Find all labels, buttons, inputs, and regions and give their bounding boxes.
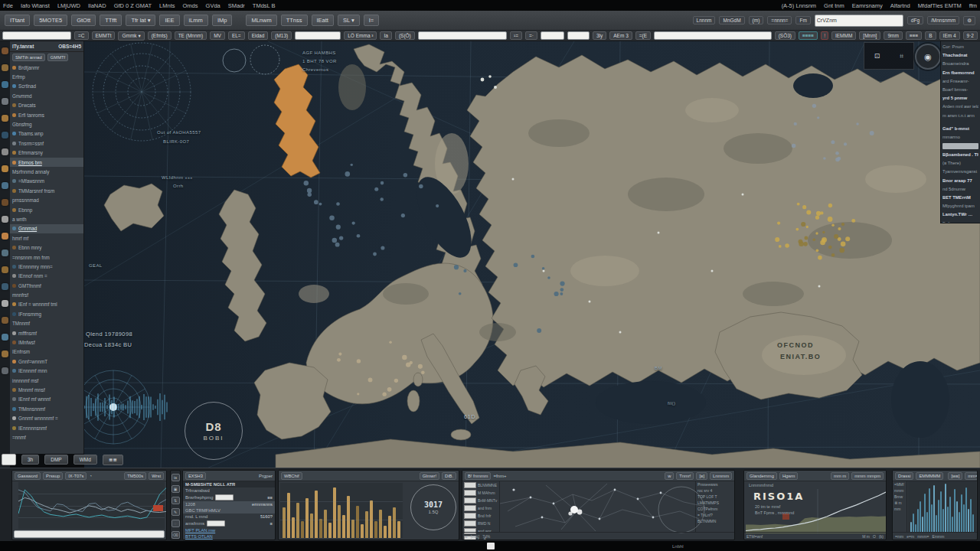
toolbar-button[interactable]: MV [210, 31, 225, 40]
chart-header-button[interactable]: TM500s [124, 472, 146, 480]
network-field[interactable]: BLNMMNE [464, 482, 498, 488]
tool-icon[interactable]: ta [172, 474, 180, 481]
toolbar-button[interactable]: [Mnm] [859, 31, 880, 40]
layer-row[interactable]: Gnvmmd [10, 91, 83, 100]
toolbar-button[interactable]: =nnnn= [767, 16, 792, 24]
layer-row[interactable]: Msrfnnmd annaly [10, 167, 83, 176]
network-title-chip[interactable]: B! fnmmm [465, 472, 491, 480]
layer-row[interactable]: Gnnmad [10, 224, 83, 233]
form-input[interactable] [215, 494, 234, 500]
form-row[interactable]: amsfmms≡ [183, 520, 275, 527]
toolbar-button[interactable]: =· [525, 31, 537, 40]
trend-tab[interactable]: Hgwm [779, 472, 798, 480]
toolbar-button[interactable]: MnGdM [719, 16, 744, 24]
layer-row[interactable]: IFnnsrnmg [10, 309, 83, 318]
layer-row[interactable]: Gnnmf wnnnnmf = [10, 413, 83, 422]
frequency-title-chip-2[interactable]: EMMMMM [916, 472, 943, 480]
menu-item[interactable]: Gnt tnm [824, 2, 844, 9]
form-input[interactable] [207, 520, 225, 527]
frequency-field-label[interactable]: =MMf [894, 482, 905, 487]
tool-icon[interactable]: ◌ [172, 520, 180, 527]
layer-type-icon[interactable] [2, 334, 8, 341]
toolbar-button[interactable]: IEMMM [831, 31, 856, 40]
layer-row[interactable]: Erfmp [10, 72, 83, 81]
network-field[interactable]: and fnm [464, 505, 498, 511]
layer-row[interactable]: IEnfnsm [10, 347, 83, 357]
properties-title-chip[interactable]: EXSH3 [185, 472, 206, 480]
layer-type-icon[interactable] [2, 350, 8, 357]
info-row[interactable]: nd 5dnumw [942, 185, 978, 194]
dock-white-button[interactable] [2, 454, 16, 465]
info-row[interactable]: Bβoambened . Thr [942, 151, 978, 159]
layer-row[interactable]: Ebnn mnry [10, 243, 83, 252]
layer-row[interactable]: =Mfawsnnm [10, 177, 83, 186]
map-overlay-icon[interactable]: ⊡ [874, 52, 880, 60]
layer-row[interactable]: Gbnsfmg [10, 119, 83, 129]
toolbar-button[interactable]: B [925, 31, 936, 40]
toolbar-button[interactable]: TE (Mnnm) [175, 31, 207, 40]
layer-row[interactable]: Efmmarsny [10, 148, 83, 158]
toolbar-button[interactable]: ⚙ [963, 16, 975, 25]
layer-row[interactable]: Ebrnos brn [10, 158, 83, 167]
info-row[interactable]: BET TMErrtM [942, 194, 978, 202]
menu-item[interactable]: GfD 0 Z GMAT [114, 2, 152, 9]
toolbar-button[interactable]: Eidad [248, 31, 269, 40]
layer-row[interactable]: a wnth [10, 214, 83, 223]
toolbar-input[interactable] [2, 31, 71, 40]
toolbar-button[interactable]: Lnnnm [693, 16, 716, 24]
info-row[interactable]: Boarf brmss- [942, 86, 978, 94]
map-overlay-box[interactable]: ⊡⌗ [864, 42, 914, 70]
layer-type-icon[interactable] [2, 132, 8, 139]
toolbar-button[interactable]: Ia [380, 31, 391, 40]
status-bar-icon[interactable] [487, 543, 495, 549]
layer-type-icon[interactable] [2, 233, 8, 240]
frequency-field-label[interactable]: ≣ m [894, 500, 905, 505]
info-row[interactable]: Bnor araap 77 [942, 177, 978, 185]
menu-item[interactable]: Fde [3, 2, 13, 9]
frequency-field-label[interactable]: mmm [894, 488, 905, 493]
layer-row[interactable]: IEnf = wnnnmf tml [10, 300, 83, 309]
network-header-button[interactable]: Tnmr! [676, 472, 694, 480]
toolbar-button[interactable]: EMMTt [92, 31, 116, 40]
layer-type-icon[interactable] [2, 47, 8, 54]
toolbar-button[interactable]: TTnss [281, 15, 308, 26]
menu-item[interactable]: Omds [183, 2, 198, 9]
toolbar-button[interactable]: ITtant [5, 15, 30, 26]
info-row[interactable]: Thachadnat [942, 51, 978, 60]
network-field-input[interactable] [464, 482, 476, 488]
layer-row[interactable]: TMnnmf [10, 319, 83, 328]
layer-row[interactable]: IEnnnmry mnn= [10, 262, 83, 271]
layer-row[interactable]: TMMarsnnf fnsm [10, 186, 83, 195]
info-row[interactable]: Cor: Pnum [942, 43, 978, 51]
layer-type-icon[interactable] [2, 199, 8, 206]
form-row[interactable]: MFT PLAN.mw [183, 527, 275, 533]
toolbar-button[interactable]: Tfr lat ▾ [126, 15, 155, 26]
toolbar-button[interactable]: =C [74, 31, 89, 40]
toolbar-button[interactable]: IEatt [312, 15, 334, 26]
layer-row[interactable]: IEnnnmf mnn [10, 367, 83, 376]
toolbar-button[interactable]: AEm 3 [609, 31, 632, 40]
toolbar-button[interactable]: SL ▾ [338, 15, 360, 26]
form-row[interactable]: 1208ermmsnns [183, 501, 275, 507]
menu-item[interactable]: Alfartnd [890, 2, 910, 9]
info-row[interactable]: yrd 5 pnmw [942, 94, 978, 103]
form-row[interactable]: Bnsrfrephpmg≡≡ [183, 494, 275, 501]
layer-type-icon[interactable] [2, 165, 8, 172]
layer-row[interactable]: IEnnof nnm = [10, 272, 83, 281]
layer-row[interactable]: mnnfrsf [10, 290, 83, 299]
layer-type-icon[interactable] [2, 249, 8, 256]
layer-row[interactable]: Scrtlnad [10, 82, 83, 91]
layer-row[interactable]: GMTfnnmf [10, 281, 83, 290]
map-canvas[interactable]: AGF HAMBHS1 BHT 78 VORChrevemosOut of Ak… [84, 41, 980, 468]
frequency-title-chip[interactable]: Drassi [895, 472, 913, 480]
dock-tab[interactable]: 3h [21, 455, 39, 465]
info-row[interactable]: Gad" b-mnst [942, 125, 978, 133]
chart-header-button[interactable]: Wrst [149, 472, 164, 480]
network-field-input[interactable] [464, 513, 476, 519]
frequency-field-label[interactable]: Bmw [894, 494, 905, 499]
info-row[interactable]: Bnoameindra [942, 60, 978, 68]
toolbar-button[interactable]: Fm [795, 16, 810, 24]
menu-item[interactable]: Eamrsnamy [852, 2, 883, 9]
frequency-header-button[interactable]: [w≡] [948, 472, 962, 480]
layer-row[interactable]: Drwcats [10, 101, 83, 110]
